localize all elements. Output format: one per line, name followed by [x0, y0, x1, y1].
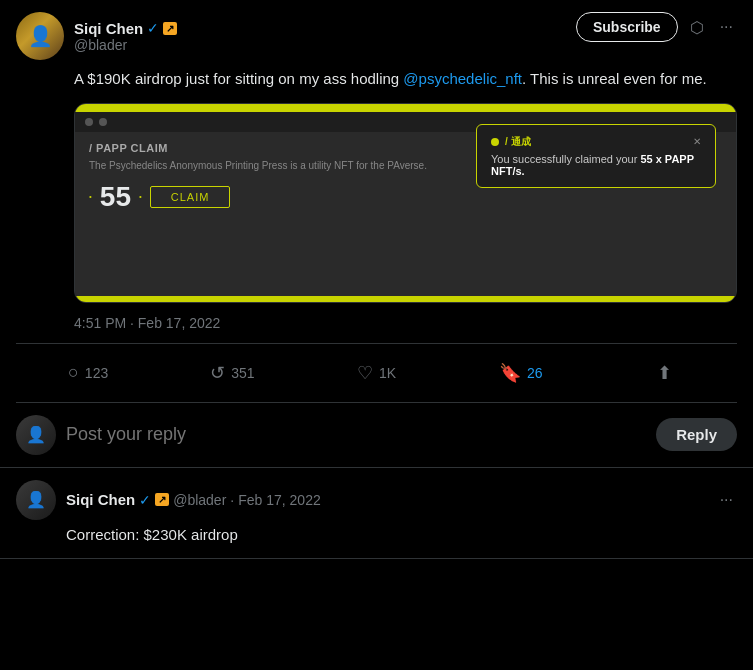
nft-dot-1	[85, 118, 93, 126]
success-dot	[491, 138, 499, 146]
user-name-row: Siqi Chen ✓ ↗	[74, 20, 177, 37]
success-popup-header: / 通成 ✕	[491, 135, 701, 149]
tweet-text-before: A $190K airdrop just for sitting on my a…	[74, 70, 403, 87]
like-stat[interactable]: ♡ 1K	[304, 356, 448, 390]
bottom-tweet-user: 👤 Siqi Chen ✓ ↗ @blader · Feb 17, 2022	[16, 480, 321, 520]
success-text: You successfully claimed your 55 x PAPP …	[491, 153, 701, 177]
nft-bullet-right: •	[139, 192, 142, 201]
nft-dot-2	[99, 118, 107, 126]
comment-icon: ○	[68, 362, 79, 383]
retweet-icon: ↺	[210, 362, 225, 384]
bottom-user-name: Siqi Chen	[66, 491, 135, 508]
tweet-actions-top: Subscribe ⬡ ···	[576, 12, 737, 42]
retweet-stat[interactable]: ↺ 351	[160, 356, 304, 390]
bookmark-icon: 🔖	[499, 362, 521, 384]
tweet-header-left: 👤 Siqi Chen ✓ ↗ @blader	[16, 12, 177, 60]
bottom-separator: ·	[230, 492, 234, 508]
nft-claim-button[interactable]: CLAIM	[150, 186, 231, 208]
bookmark-count: 26	[527, 365, 543, 381]
bottom-tweet-text: Correction: $230K airdrop	[66, 524, 737, 547]
nft-footer	[75, 296, 736, 302]
user-name: Siqi Chen	[74, 20, 143, 37]
bottom-avatar-image: 👤	[16, 480, 56, 520]
bottom-tweet-header: 👤 Siqi Chen ✓ ↗ @blader · Feb 17, 2022 ·…	[16, 480, 737, 520]
tweet-text: A $190K airdrop just for sitting on my a…	[16, 68, 737, 91]
tweet-timestamp: 4:51 PM · Feb 17, 2022	[16, 315, 737, 331]
bottom-avatar[interactable]: 👤	[16, 480, 56, 520]
bottom-date: Feb 17, 2022	[238, 492, 321, 508]
external-link-badge: ↗	[163, 22, 177, 35]
reply-avatar-image: 👤	[16, 415, 56, 455]
success-title: / 通成	[505, 135, 531, 149]
reply-avatar: 👤	[16, 415, 56, 455]
success-popup: / 通成 ✕ You successfully claimed your 55 …	[476, 124, 716, 188]
main-tweet: 👤 Siqi Chen ✓ ↗ @blader Subscribe ⬡ ··· …	[0, 0, 753, 468]
reply-button[interactable]: Reply	[656, 418, 737, 451]
tweet-header: 👤 Siqi Chen ✓ ↗ @blader Subscribe ⬡ ···	[16, 12, 737, 60]
verified-icon: ✓	[147, 20, 159, 36]
like-icon: ♡	[357, 362, 373, 384]
tweet-text-after: . This is unreal even for me.	[522, 70, 707, 87]
reply-input[interactable]	[66, 424, 646, 445]
nft-bullet-left: •	[89, 192, 92, 201]
reply-input-area: 👤 Reply	[16, 415, 737, 455]
avatar[interactable]: 👤	[16, 12, 64, 60]
retweet-count: 351	[231, 365, 254, 381]
comment-count: 123	[85, 365, 108, 381]
more-menu-button[interactable]: ···	[716, 14, 737, 40]
comment-stat[interactable]: ○ 123	[16, 356, 160, 389]
subscribe-button[interactable]: Subscribe	[576, 12, 678, 42]
success-text-content: You successfully claimed your 55 x PAPP …	[491, 153, 694, 177]
like-count: 1K	[379, 365, 396, 381]
bottom-more-button[interactable]: ···	[716, 487, 737, 513]
bottom-external-badge: ↗	[155, 493, 169, 506]
bottom-tweet-meta: Siqi Chen ✓ ↗ @blader · Feb 17, 2022	[66, 491, 321, 508]
bottom-verified-icon: ✓	[139, 492, 151, 508]
user-info: Siqi Chen ✓ ↗ @blader	[74, 20, 177, 53]
share-icon: ⬆	[657, 362, 672, 384]
nft-top-bar	[75, 104, 736, 112]
share-stat[interactable]: ⬆	[593, 356, 737, 390]
nft-card: / PAPP CLAIM The Psychedelics Anonymous …	[75, 104, 736, 302]
avatar-image: 👤	[16, 12, 64, 60]
tweet-mention[interactable]: @psychedelic_nft	[403, 70, 522, 87]
bottom-tweet: 👤 Siqi Chen ✓ ↗ @blader · Feb 17, 2022 ·…	[0, 468, 753, 560]
tweet-stats: ○ 123 ↺ 351 ♡ 1K 🔖 26 ⬆	[16, 343, 737, 403]
external-icon-button[interactable]: ⬡	[686, 14, 708, 41]
user-handle: @blader	[74, 37, 177, 53]
nft-count: 55	[100, 181, 131, 213]
bookmark-stat[interactable]: 🔖 26	[449, 356, 593, 390]
tweet-embedded-image: / PAPP CLAIM The Psychedelics Anonymous …	[74, 103, 737, 303]
close-icon[interactable]: ✕	[693, 136, 701, 147]
bottom-user-handle: @blader	[173, 492, 226, 508]
